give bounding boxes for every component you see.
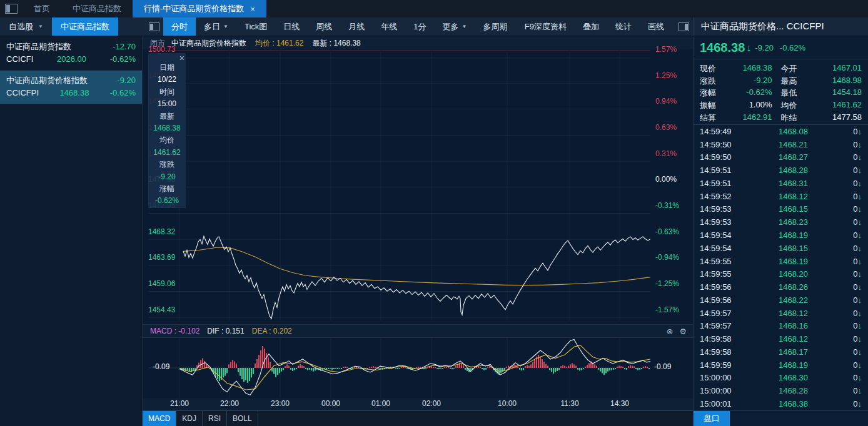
trade-volume: 0↓ [843, 217, 862, 227]
macd-chart[interactable] [143, 338, 693, 398]
window-tab-2[interactable]: 行情-中证商品期货价格指数× [133, 0, 266, 17]
toolbar-item-8[interactable]: 更多▼ [435, 17, 475, 36]
tooltip-row: 涨跌 [148, 159, 186, 171]
trade-row-19: 15:00:001468.300↓ [700, 372, 862, 385]
indicator-tab-macd[interactable]: MACD [143, 411, 176, 426]
trade-down-arrow-icon: ↓ [858, 269, 862, 279]
toolbar-item-4[interactable]: 周线 [308, 17, 340, 36]
stat-value: 1461.62 [832, 100, 862, 111]
app-panel-icon[interactable] [5, 4, 18, 14]
watchlist-item-CCICFPI[interactable]: 中证商品期货价格指数-9.20CCICFPI1468.38-0.62% [0, 71, 142, 104]
stats-row: 振幅1.00%均价1461.62 [700, 100, 862, 111]
toolbar-right-item-1[interactable]: 叠加 [575, 17, 607, 36]
tooltip-row: 1468.38 [148, 122, 186, 134]
trade-row-17: 14:59:581468.170↓ [700, 345, 862, 359]
indicator-tab-kdj[interactable]: KDJ [176, 411, 203, 426]
stats-row: 结算1462.91昨结1477.58 [700, 112, 862, 124]
stats-row: 现价1468.38今开1467.01 [700, 63, 862, 74]
trade-time: 14:59:56 [700, 295, 744, 305]
trade-down-arrow-icon: ↓ [858, 386, 862, 395]
indicator-tab-bar: MACDKDJRSIBOLL [143, 410, 693, 426]
stat-value: 1468.38 [743, 63, 772, 74]
trade-volume: 0↓ [843, 244, 862, 253]
time-axis: 21:0022:0023:0000:0001:0002:0010:0011:30… [143, 398, 693, 410]
trade-time: 15:00:00 [700, 386, 744, 395]
toolbar-item-label: 多日 [204, 21, 220, 32]
order-book-button[interactable]: 盘口 [694, 411, 730, 426]
toolbar-item-0[interactable]: 分时 [163, 17, 196, 36]
stat-value: -9.20 [754, 76, 772, 87]
trade-down-arrow-icon: ↓ [858, 257, 862, 266]
quote-panel: 1468.38 ↓ -9.20 -0.62% 现价1468.38今开1467.0… [693, 37, 868, 426]
toolbar-item-label: 周线 [316, 21, 332, 32]
stat-label: 均价 [781, 100, 797, 111]
trade-down-arrow-icon: ↓ [858, 217, 862, 227]
index-group-button[interactable]: 中证商品指数 [52, 17, 118, 36]
window-tab-0[interactable]: 首页 [23, 0, 61, 17]
toolbar-item-2[interactable]: Tick图 [236, 17, 275, 36]
trade-price: 1468.16 [744, 321, 843, 330]
indicator-settings-icon[interactable]: ⚙ [679, 327, 687, 336]
collapse-right-panel-icon[interactable] [679, 22, 689, 31]
trade-row-18: 14:59:591468.190↓ [700, 359, 862, 372]
trade-price: 1468.26 [744, 282, 843, 292]
trade-row-8: 14:59:541468.190↓ [700, 229, 862, 242]
stat-label: 今开 [781, 63, 797, 74]
toolbar-right-item-3[interactable]: 画线 [640, 17, 672, 36]
collapse-left-panel-icon[interactable] [149, 22, 159, 31]
trade-price: 1468.28 [744, 386, 843, 395]
toolbar-item-6[interactable]: 年线 [373, 17, 405, 36]
trade-time: 14:59:50 [700, 152, 744, 162]
toolbar-item-9[interactable]: 多周期 [475, 17, 515, 36]
trade-volume: 0↓ [843, 269, 862, 279]
stat-现价: 现价1468.38 [700, 63, 781, 74]
intraday-chart[interactable] [143, 49, 693, 324]
trade-row-0: 14:59:491468.080↓ [700, 125, 862, 138]
toolbar-item-5[interactable]: 月线 [340, 17, 373, 36]
toolbar-item-7[interactable]: 1分 [405, 17, 434, 36]
stat-最低: 最低1454.18 [781, 87, 862, 99]
indicator-tab-rsi[interactable]: RSI [203, 411, 227, 426]
trade-volume: 0↓ [843, 360, 862, 370]
watchlist-dropdown[interactable]: 自选股 ▼ [0, 17, 48, 36]
macd-left-scale: -0.09 [153, 362, 169, 371]
toolbar-right-buttons: F9深度资料叠加统计画线 [517, 17, 672, 36]
down-arrow-icon: ↓ [746, 42, 751, 54]
watchlist-item-CCICFI[interactable]: 中证商品期货指数-12.70CCICFI2026.00-0.62% [0, 37, 142, 71]
window-tab-1[interactable]: 中证商品指数 [61, 0, 133, 17]
time-axis-label: 23:00 [271, 399, 290, 408]
trade-down-arrow-icon: ↓ [858, 166, 862, 175]
trade-time: 14:59:57 [700, 321, 744, 330]
toolbar-item-label: 更多 [443, 21, 459, 32]
trade-volume: 0↓ [843, 334, 862, 344]
stat-value: 1454.18 [832, 87, 862, 99]
trade-down-arrow-icon: ↓ [858, 179, 862, 188]
toolbar-item-3[interactable]: 日线 [275, 17, 308, 36]
toolbar-item-label: Tick图 [245, 21, 267, 32]
tab-close-icon[interactable]: × [250, 4, 255, 14]
trade-price: 1468.08 [744, 127, 843, 136]
trade-time: 14:59:55 [700, 257, 744, 266]
stat-label: 涨幅 [700, 87, 716, 99]
tooltip-row: 日期 [148, 62, 186, 74]
trade-down-arrow-icon: ↓ [858, 373, 862, 382]
trade-price: 1468.19 [744, 257, 843, 266]
tooltip-close-icon[interactable]: × [179, 53, 184, 63]
trade-row-14: 14:59:571468.120↓ [700, 307, 862, 320]
toolbar-item-1[interactable]: 多日▼ [196, 17, 236, 36]
indicator-close-icon[interactable]: ⊗ [666, 327, 673, 336]
tick-trade-list[interactable]: 14:59:491468.080↓14:59:501468.210↓14:59:… [694, 125, 868, 410]
window-tabs: 首页中证商品指数行情-中证商品期货价格指数× [23, 0, 266, 17]
trade-time: 14:59:51 [700, 179, 744, 188]
toolbar-right-item-2[interactable]: 统计 [607, 17, 640, 36]
instrument-pct: -0.62% [110, 87, 136, 99]
toolbar-right-item-0[interactable]: F9深度资料 [517, 17, 575, 36]
trade-down-arrow-icon: ↓ [858, 360, 862, 370]
tooltip-row: 均价 [148, 134, 186, 146]
trade-row-4: 14:59:511468.310↓ [700, 177, 862, 190]
trade-volume: 0↓ [843, 386, 862, 395]
watchlist-label: 自选股 [9, 21, 33, 32]
stat-昨结: 昨结1477.58 [781, 112, 862, 124]
quote-title: 中证商品期货价格... CCICFPI [693, 17, 868, 36]
indicator-tab-boll[interactable]: BOLL [227, 411, 258, 426]
